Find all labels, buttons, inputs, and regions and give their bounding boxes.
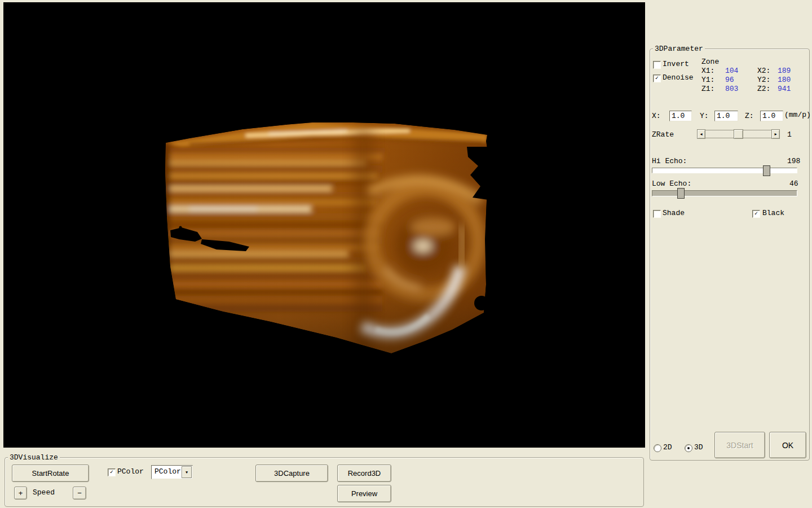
scale-y-input[interactable] (714, 111, 738, 121)
hi-echo-label: Hi Echo: (652, 157, 687, 165)
zrate-scrollbar[interactable]: ◄ ► (697, 129, 780, 139)
zone-y1-value: 96 (725, 76, 734, 84)
scale-y-label: Y: (700, 112, 709, 120)
invert-label: Invert (663, 60, 689, 68)
record3d-button[interactable]: Record3D (337, 465, 391, 482)
low-echo-value: 46 (789, 180, 798, 188)
zone-x1-value: 104 (725, 67, 738, 75)
zrate-right-button[interactable]: ► (771, 129, 780, 139)
scale-z-input[interactable] (760, 111, 783, 121)
shade-checkbox[interactable] (653, 210, 661, 218)
render-viewport[interactable] (3, 2, 645, 448)
zrate-label: ZRate (652, 131, 674, 139)
volume-render (3, 2, 645, 448)
capture3d-button[interactable]: 3DCapture (255, 465, 328, 482)
chevron-down-icon: ▼ (186, 470, 188, 475)
mode-2d-radio[interactable] (654, 444, 661, 452)
pcolor-dropdown[interactable]: PColor ▼ (151, 465, 193, 479)
param-group-title: 3DParameter (653, 45, 705, 53)
preview-button[interactable]: Preview (337, 485, 391, 502)
denoise-label: Denoise (663, 74, 694, 82)
zone-z2-value: 941 (778, 85, 791, 93)
zone-z2-label: Z2: (757, 85, 770, 93)
pcolor-dropdown-button[interactable]: ▼ (182, 466, 192, 478)
zrate-value: 1 (787, 131, 792, 139)
zrate-left-button[interactable]: ◄ (697, 129, 705, 139)
hi-echo-value: 198 (787, 157, 800, 165)
black-label: Black (762, 209, 784, 217)
low-echo-track[interactable] (652, 190, 797, 196)
low-echo-label: Low Echo: (652, 180, 691, 188)
black-checkbox[interactable]: ✓ (752, 210, 760, 218)
speed-minus-button[interactable]: − (73, 487, 86, 500)
zone-y1-label: Y1: (701, 76, 714, 84)
param-groupbox: 3DParameter Invert ✓ Denoise Zone X1: 10… (650, 49, 810, 461)
speed-label: Speed (33, 489, 55, 497)
hi-echo-thumb[interactable] (763, 165, 770, 176)
start3d-button[interactable]: 3DStart (714, 432, 765, 458)
scale-x-label: X: (652, 112, 661, 120)
zone-z1-value: 803 (725, 85, 738, 93)
arrow-left-icon: ◄ (700, 132, 702, 137)
zone-x2-label: X2: (757, 67, 770, 75)
low-echo-thumb[interactable] (677, 188, 685, 199)
mode-3d-label: 3D (694, 444, 703, 452)
start-rotate-button[interactable]: StartRotate (12, 465, 89, 482)
denoise-checkbox[interactable]: ✓ (653, 75, 661, 82)
pcolor-dropdown-value: PColor (155, 467, 181, 476)
zone-x2-value: 189 (778, 67, 791, 75)
zrate-thumb[interactable] (734, 129, 743, 139)
mode-2d-label: 2D (663, 444, 672, 452)
speed-plus-button[interactable]: + (14, 487, 27, 500)
shade-label: Shade (663, 209, 685, 217)
zone-y2-value: 180 (778, 76, 791, 84)
zone-y2-label: Y2: (757, 76, 770, 84)
check-icon: ✓ (754, 211, 758, 217)
zone-z1-label: Z1: (701, 85, 714, 93)
pcolor-label: PColor (117, 468, 144, 476)
check-icon: ✓ (655, 76, 659, 81)
radio-dot (687, 447, 690, 449)
scale-unit-label: (mm/p) (784, 111, 811, 119)
scale-z-label: Z: (745, 112, 754, 120)
visualize-groupbox: 3DVisualize StartRotate + Speed − ✓ PCol… (5, 457, 644, 507)
mode-3d-radio[interactable] (685, 444, 692, 452)
visualize-group-title: 3DVisualize (8, 453, 60, 462)
hi-echo-track[interactable] (652, 168, 797, 173)
check-icon: ✓ (110, 470, 113, 475)
invert-checkbox[interactable] (653, 61, 661, 69)
zone-x1-label: X1: (701, 67, 714, 75)
pcolor-checkbox[interactable]: ✓ (108, 468, 116, 476)
scale-x-input[interactable] (669, 111, 692, 121)
zone-title: Zone (701, 58, 719, 66)
app-window: 3DParameter Invert ✓ Denoise Zone X1: 10… (0, 0, 812, 508)
ok-button[interactable]: OK (769, 432, 806, 458)
arrow-right-icon: ► (774, 132, 776, 137)
